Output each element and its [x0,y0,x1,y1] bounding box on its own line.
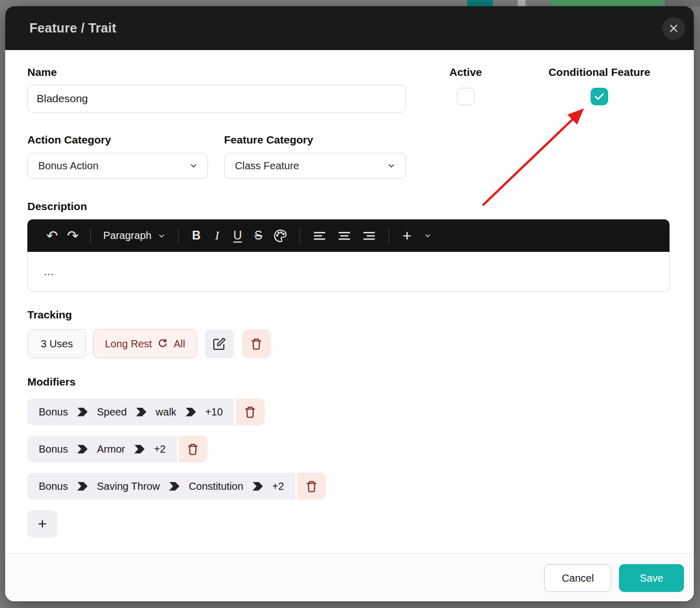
palette-icon [273,228,288,244]
description-content: ... [44,266,54,278]
feature-trait-dialog: Feature / Trait Name Active Condi [5,6,694,601]
dialog-body: Name Active Conditional Feature [5,50,694,553]
editor-toolbar: ↶ ↷ Paragraph B I U S [27,219,670,252]
action-category-label: Action Category [27,133,208,146]
description-label: Description [27,200,670,213]
underline-button[interactable]: U [227,225,248,247]
modifier-part: Bonus [39,406,68,418]
plus-icon: + [403,228,412,244]
name-input[interactable] [27,85,406,113]
text-color-button[interactable] [268,225,292,247]
trash-icon [243,405,257,420]
modifier-part: Constitution [189,481,244,492]
plus-icon: + [38,516,47,532]
modifier-part: +2 [154,443,166,455]
toolbar-divider [90,228,91,244]
redo-icon: ↷ [67,229,79,243]
cancel-button[interactable]: Cancel [544,564,611,592]
delete-tracking-button[interactable] [242,329,271,358]
toolbar-divider [299,228,300,244]
action-category-select[interactable]: Bonus Action [27,153,208,179]
chevron-down-icon [189,161,198,170]
active-label: Active [446,66,485,78]
modifier-pill[interactable]: BonusSpeedwalk+10 [27,398,234,425]
feature-category-label: Feature Category [224,133,406,146]
arrow-separator-icon [77,482,88,491]
check-icon [593,90,606,103]
arrow-separator-icon [77,408,88,417]
align-right-button[interactable] [357,225,381,247]
paragraph-style-dropdown[interactable]: Paragraph [98,225,171,247]
paragraph-style-value: Paragraph [103,230,151,242]
delete-modifier-button[interactable] [297,473,326,500]
align-right-icon [361,228,377,244]
dialog-footer: Cancel Save [5,553,694,601]
close-button[interactable] [662,17,685,40]
bold-button[interactable]: B [186,225,206,247]
align-left-icon [311,228,328,244]
delete-modifier-button[interactable] [179,436,208,462]
modifier-part: +10 [205,406,223,418]
reset-chip-suffix: All [173,338,185,350]
add-modifier-button[interactable]: + [27,510,57,538]
insert-button[interactable]: + [396,225,417,247]
modifier-row: BonusArmor+2 [27,436,208,462]
undo-icon: ↶ [46,229,58,243]
arrow-separator-icon [134,445,145,454]
modifier-pill[interactable]: BonusArmor+2 [27,436,177,462]
action-category-value: Bonus Action [38,160,99,172]
close-icon [667,22,680,35]
name-label: Name [27,66,406,78]
modifier-part: Bonus [39,443,68,455]
arrow-separator-icon [136,408,147,417]
arrow-separator-icon [186,408,196,417]
arrow-separator-icon [252,482,263,491]
conditional-feature-checkbox[interactable] [591,88,608,105]
toolbar-divider [389,228,389,244]
redo-button[interactable]: ↷ [62,225,83,247]
chevron-down-icon [157,232,166,240]
italic-button[interactable]: I [206,225,227,247]
dialog-header: Feature / Trait [5,6,694,50]
modifier-row: BonusSaving ThrowConstitution+2 [27,473,326,500]
align-center-icon [336,228,353,244]
modifier-part: Speed [97,406,127,418]
modifier-part: Armor [97,443,125,455]
active-checkbox[interactable] [457,88,474,105]
rich-text-editor: ↶ ↷ Paragraph B I U S [27,219,670,292]
arrow-separator-icon [169,482,180,491]
trash-icon [249,337,263,351]
uses-chip[interactable]: 3 Uses [27,329,86,358]
chevron-down-icon [387,161,396,170]
align-center-button[interactable] [332,225,357,247]
save-button[interactable]: Save [619,564,684,592]
trash-icon [305,479,319,494]
toolbar-divider [178,228,179,244]
insert-more-button[interactable] [417,225,438,247]
description-editor-area[interactable]: ... [27,252,670,292]
strikethrough-button[interactable]: S [248,225,268,247]
modifier-part: Saving Throw [97,481,160,492]
modifier-row: BonusSpeedwalk+10 [27,398,265,425]
refresh-icon [157,338,168,349]
modifier-part: +2 [272,481,284,492]
reset-chip[interactable]: Long Rest All [93,329,197,358]
arrow-separator-icon [77,445,88,454]
conditional-feature-label: Conditional Feature [538,66,661,78]
undo-button[interactable]: ↶ [42,225,62,247]
modifier-part: walk [156,406,177,418]
dialog-title: Feature / Trait [29,21,116,36]
edit-icon [212,337,227,351]
delete-modifier-button[interactable] [236,398,265,425]
align-left-button[interactable] [307,225,332,247]
tracking-label: Tracking [27,308,670,321]
chevron-down-icon [424,232,432,239]
modifiers-label: Modifiers [27,375,670,388]
modifier-part: Bonus [39,481,68,492]
feature-category-select[interactable]: Class Feature [224,153,406,179]
feature-category-value: Class Feature [235,160,299,172]
modifier-pill[interactable]: BonusSaving ThrowConstitution+2 [27,473,295,500]
trash-icon [186,442,200,457]
edit-tracking-button[interactable] [205,329,234,358]
reset-chip-prefix: Long Rest [105,338,152,350]
